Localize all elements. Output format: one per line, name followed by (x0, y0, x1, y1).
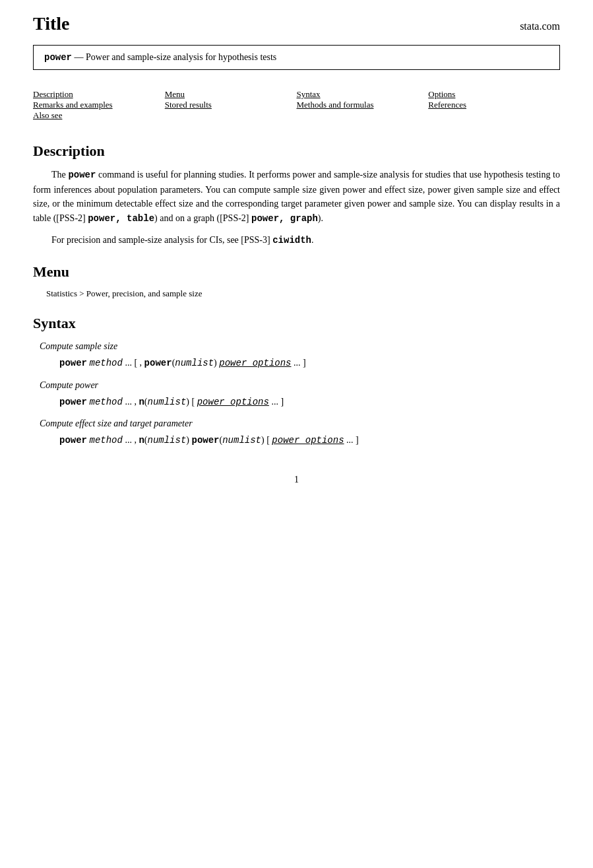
nav-methods[interactable]: Methods and formulas (297, 100, 429, 110)
syntax-arg-method-3: method (90, 435, 123, 446)
nav-alsosee[interactable]: Also see (33, 110, 165, 121)
syntax-power-3: power (192, 435, 220, 446)
syntax-bracket-close-3: ] (356, 435, 359, 445)
syntax-cmd-power-1: power (144, 358, 172, 368)
menu-path: Statistics > Power, precision, and sampl… (46, 288, 560, 299)
page-number: 1 (294, 475, 299, 484)
syntax-n-3: n (139, 435, 144, 446)
title-box: power — Power and sample-size analysis f… (33, 45, 560, 70)
syntax-cmd-3: power (59, 435, 87, 446)
syntax-dots-3: ... (125, 435, 132, 445)
syntax-numlist-n-3: numlist (148, 435, 187, 446)
nav-syntax[interactable]: Syntax (297, 89, 429, 100)
stata-logo: stata.com (520, 20, 560, 32)
syntax-cmd-1: power (59, 358, 87, 368)
power-table-ref: power, table (88, 213, 154, 224)
description-section: Description The power command is useful … (33, 143, 560, 248)
syntax-line-2: power method ... , n(numlist) [ power_op… (59, 395, 560, 409)
page-title: Title (33, 13, 69, 34)
syntax-section: Syntax Compute sample size power method … (33, 315, 560, 448)
syntax-arg-method-2: method (90, 397, 123, 407)
menu-heading: Menu (33, 263, 560, 281)
syntax-dots3-3: ... (346, 435, 354, 445)
nav-options[interactable]: Options (428, 89, 560, 100)
syntax-power-options-1: power_options (219, 358, 291, 368)
syntax-comma-2: , (134, 397, 137, 407)
syntax-power-options-3: power_options (272, 435, 344, 446)
power-graph-ref: power, graph (251, 213, 318, 224)
syntax-bracket-open-1: [ (134, 358, 137, 368)
ciwidth-ref: ciwidth (272, 235, 311, 246)
command-name: power (44, 52, 72, 63)
description-heading: Description (33, 143, 560, 160)
title-box-content: power — Power and sample-size analysis f… (44, 52, 276, 62)
syntax-comma-3: , (134, 435, 137, 445)
syntax-numlist-n-2: numlist (148, 397, 187, 407)
syntax-bracket-close-2: ] (280, 397, 284, 407)
syntax-line-1: power method ... [ , power(numlist) powe… (59, 356, 560, 370)
description-para1: The power command is useful for planning… (33, 168, 560, 226)
syntax-numlist-power-3: numlist (222, 435, 261, 446)
syntax-cmd-2: power (59, 397, 87, 407)
menu-section: Menu Statistics > Power, precision, and … (33, 263, 560, 299)
nav-table: Description Remarks and examples Also se… (33, 83, 560, 127)
syntax-dots-2: ... (125, 397, 132, 407)
syntax-comma-1: , (140, 358, 142, 368)
syntax-power-options-2: power_options (197, 397, 269, 407)
syntax-label-2: Compute power (40, 380, 560, 391)
syntax-dots2-1: ... (294, 358, 301, 368)
description-para2: For precision and sample-size analysis f… (33, 233, 560, 248)
syntax-dots-1: ... (125, 358, 132, 368)
nav-remarks[interactable]: Remarks and examples (33, 100, 165, 110)
syntax-label-3: Compute effect size and target parameter (40, 418, 560, 429)
syntax-bracket-open-2: [ (192, 397, 195, 407)
syntax-numlist-1: numlist (175, 358, 214, 368)
syntax-bracket-open-3: [ (266, 435, 270, 445)
nav-description[interactable]: Description (33, 89, 165, 100)
syntax-dots3-2: ... (271, 397, 278, 407)
syntax-bracket-close-1: ] (303, 358, 306, 368)
page-header: Title stata.com (33, 13, 560, 34)
nav-references[interactable]: References (428, 100, 560, 110)
syntax-n-2: n (139, 397, 144, 407)
syntax-heading: Syntax (33, 315, 560, 332)
syntax-line-3: power method ... , n(numlist) power(numl… (59, 433, 560, 448)
syntax-label-1: Compute sample size (40, 341, 560, 352)
nav-stored-results[interactable]: Stored results (165, 100, 297, 110)
nav-menu[interactable]: Menu (165, 89, 297, 100)
power-cmd-inline: power (68, 170, 96, 180)
syntax-arg-method-1: method (90, 358, 123, 368)
page-footer: 1 (33, 475, 560, 485)
